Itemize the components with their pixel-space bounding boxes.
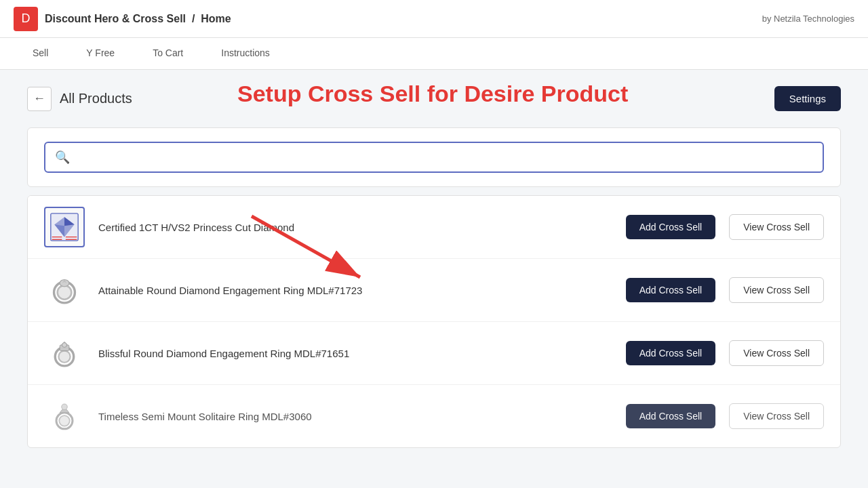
svg-point-22	[62, 404, 68, 410]
main-content: ← All Products Setup Cross Sell for Desi…	[0, 70, 868, 464]
nav-tab-yfree[interactable]: Y Free	[67, 38, 134, 69]
product-name: Blissful Round Diamond Engagement Ring M…	[98, 348, 612, 359]
products-list: Certified 1CT H/VS2 Princess Cut Diamond…	[27, 195, 841, 448]
svg-point-11	[58, 285, 72, 300]
product-name: Timeless Semi Mount Solitaire Ring MDL#3…	[98, 411, 612, 422]
search-box: 🔍	[44, 142, 824, 173]
nav-tab-tocart[interactable]: To Cart	[134, 38, 202, 69]
back-button[interactable]: ←	[27, 87, 52, 111]
svg-point-18	[62, 343, 67, 348]
settings-button[interactable]: Settings	[774, 86, 841, 111]
product-image-ring3	[48, 400, 81, 432]
product-image-ring1	[48, 274, 81, 306]
nav-tabs: Sell Y Free To Cart Instructions	[0, 38, 868, 70]
product-thumbnail	[44, 270, 85, 310]
view-cross-sell-button[interactable]: View Cross Sell	[729, 277, 824, 303]
product-image-diamond	[50, 212, 79, 242]
search-input[interactable]	[77, 151, 813, 163]
search-container: 🔍	[27, 127, 841, 187]
product-row: Certified 1CT H/VS2 Princess Cut Diamond…	[28, 196, 840, 259]
view-cross-sell-button[interactable]: View Cross Sell	[729, 214, 824, 240]
product-name: Certified 1CT H/VS2 Princess Cut Diamond	[98, 222, 612, 233]
nav-tab-sell[interactable]: Sell	[14, 38, 67, 69]
add-cross-sell-button[interactable]: Add Cross Sell	[626, 404, 716, 428]
add-cross-sell-button[interactable]: Add Cross Sell	[626, 215, 716, 239]
product-thumbnail	[44, 396, 85, 436]
svg-point-15	[58, 351, 70, 363]
cross-sell-headline: Setup Cross Sell for Desire Product	[237, 81, 628, 107]
svg-point-20	[59, 415, 69, 426]
brand-credit: by Netzila Technologies	[762, 14, 854, 24]
add-cross-sell-button[interactable]: Add Cross Sell	[626, 341, 716, 365]
product-thumbnail	[44, 207, 85, 247]
header: D Discount Hero & Cross Sell / Home by N…	[0, 0, 868, 38]
page-title: All Products	[60, 91, 132, 106]
app-name: Discount Hero & Cross Sell / Home	[45, 13, 231, 25]
logo-icon: D	[14, 7, 38, 31]
product-image-ring2	[48, 337, 81, 369]
product-row: Timeless Semi Mount Solitaire Ring MDL#3…	[28, 385, 840, 447]
product-row: Blissful Round Diamond Engagement Ring M…	[28, 322, 840, 385]
add-cross-sell-button[interactable]: Add Cross Sell	[626, 278, 716, 302]
app-logo: D Discount Hero & Cross Sell / Home	[14, 7, 231, 31]
page-header: ← All Products Setup Cross Sell for Desi…	[27, 86, 841, 111]
product-name: Attainable Round Diamond Engagement Ring…	[98, 285, 612, 296]
search-icon: 🔍	[55, 150, 70, 165]
product-row: Attainable Round Diamond Engagement Ring…	[28, 259, 840, 322]
view-cross-sell-button[interactable]: View Cross Sell	[729, 340, 824, 366]
view-cross-sell-button[interactable]: View Cross Sell	[729, 403, 824, 429]
nav-tab-instructions[interactable]: Instructions	[202, 38, 289, 69]
product-thumbnail	[44, 333, 85, 373]
